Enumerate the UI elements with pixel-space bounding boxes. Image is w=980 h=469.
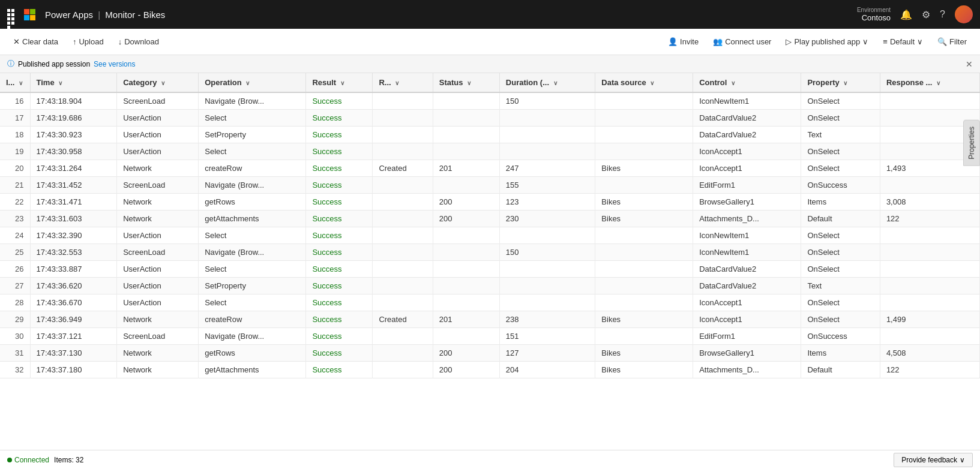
table-cell: Navigate (Brow... bbox=[199, 244, 306, 261]
table-cell: 17:43:33.887 bbox=[30, 261, 117, 278]
table-cell: SetProperty bbox=[199, 127, 306, 143]
table-cell: Text bbox=[801, 278, 880, 294]
table-cell: DataCardValue2 bbox=[693, 110, 801, 127]
help-icon[interactable]: ? bbox=[940, 9, 945, 20]
table-row[interactable]: 3017:43:37.121ScreenLoadNavigate (Brow..… bbox=[0, 328, 980, 345]
table-cell: 17:43:30.958 bbox=[30, 143, 117, 160]
info-close-icon[interactable]: ✕ bbox=[966, 59, 973, 69]
connect-user-button[interactable]: 👥 Connect user bbox=[707, 35, 777, 49]
table-cell: Network bbox=[117, 311, 199, 328]
table-cell bbox=[373, 261, 433, 278]
table-row[interactable]: 1817:43:30.923UserActionSetPropertySucce… bbox=[0, 127, 980, 143]
col-time[interactable]: Time ∨ bbox=[30, 73, 117, 92]
filter-button[interactable]: 🔍 Filter bbox=[931, 35, 973, 49]
table-row[interactable]: 1917:43:30.958UserActionSelectSuccessIco… bbox=[0, 143, 980, 160]
table-cell: DataCardValue2 bbox=[693, 261, 801, 278]
table-cell: createRow bbox=[199, 160, 306, 177]
table-row[interactable]: 3117:43:37.130NetworkgetRowsSuccess20012… bbox=[0, 345, 980, 362]
table-cell bbox=[595, 294, 693, 311]
col-id[interactable]: I... ∨ bbox=[0, 73, 30, 92]
table-row[interactable]: 3217:43:37.180NetworkgetAttachmentsSucce… bbox=[0, 362, 980, 378]
table-cell: 200 bbox=[433, 362, 499, 378]
table-cell: OnSelect bbox=[801, 143, 880, 160]
table-cell: Select bbox=[199, 227, 306, 244]
clear-data-button[interactable]: ✕ Clear data bbox=[7, 35, 64, 49]
table-cell: Success bbox=[306, 345, 373, 362]
table-cell: getAttachments bbox=[199, 211, 306, 227]
table-row[interactable]: 2017:43:31.264NetworkcreateRowSuccessCre… bbox=[0, 160, 980, 177]
table-body: 1617:43:18.904ScreenLoadNavigate (Brow..… bbox=[0, 92, 980, 378]
table-cell bbox=[373, 328, 433, 345]
col-control[interactable]: Control ∨ bbox=[693, 73, 801, 92]
table-cell: 150 bbox=[499, 244, 595, 261]
col-response[interactable]: Response ... ∨ bbox=[880, 73, 979, 92]
col-r[interactable]: R... ∨ bbox=[373, 73, 433, 92]
table-cell: getRows bbox=[199, 194, 306, 211]
table-cell bbox=[373, 143, 433, 160]
invite-button[interactable]: 👤 Invite bbox=[662, 35, 705, 49]
table-cell: Select bbox=[199, 110, 306, 127]
table-cell: DataCardValue2 bbox=[693, 278, 801, 294]
table-row[interactable]: 1617:43:18.904ScreenLoadNavigate (Brow..… bbox=[0, 92, 980, 110]
table-cell: 26 bbox=[0, 261, 30, 278]
table-cell bbox=[595, 177, 693, 194]
download-button[interactable]: ↓ Download bbox=[112, 35, 165, 49]
properties-panel-tab[interactable]: Properties bbox=[963, 120, 980, 166]
table-cell: 25 bbox=[0, 244, 30, 261]
table-cell: ScreenLoad bbox=[117, 244, 199, 261]
table-cell bbox=[373, 345, 433, 362]
chevron-down-icon: ∨ bbox=[862, 37, 868, 46]
avatar[interactable] bbox=[955, 5, 973, 23]
table-cell: OnSelect bbox=[801, 244, 880, 261]
table-cell: Created bbox=[373, 311, 433, 328]
default-button[interactable]: ≡ Default ∨ bbox=[877, 35, 929, 49]
col-result[interactable]: Result ∨ bbox=[306, 73, 373, 92]
table-row[interactable]: 2117:43:31.452ScreenLoadNavigate (Brow..… bbox=[0, 177, 980, 194]
settings-icon[interactable]: ⚙ bbox=[922, 9, 930, 20]
table-row[interactable]: 2617:43:33.887UserActionSelectSuccessDat… bbox=[0, 261, 980, 278]
table-cell: 17:43:19.686 bbox=[30, 110, 117, 127]
table-cell: Network bbox=[117, 194, 199, 211]
table-cell bbox=[373, 278, 433, 294]
chevron-down-icon-default: ∨ bbox=[917, 37, 923, 46]
table-row[interactable]: 2717:43:36.620UserActionSetPropertySucce… bbox=[0, 278, 980, 294]
col-category[interactable]: Category ∨ bbox=[117, 73, 199, 92]
table-row[interactable]: 2217:43:31.471NetworkgetRowsSuccess20012… bbox=[0, 194, 980, 211]
table-cell: getRows bbox=[199, 345, 306, 362]
col-datasource[interactable]: Data source ∨ bbox=[595, 73, 693, 92]
col-duration[interactable]: Duration (... ∨ bbox=[499, 73, 595, 92]
table-cell: Network bbox=[117, 345, 199, 362]
table-row[interactable]: 2517:43:32.553ScreenLoadNavigate (Brow..… bbox=[0, 244, 980, 261]
table-cell: 32 bbox=[0, 362, 30, 378]
table-cell: OnSelect bbox=[801, 92, 880, 110]
table-cell: IconAccept1 bbox=[693, 294, 801, 311]
table-cell: 22 bbox=[0, 194, 30, 211]
table-row[interactable]: 2317:43:31.603NetworkgetAttachmentsSucce… bbox=[0, 211, 980, 227]
table-cell: Navigate (Brow... bbox=[199, 328, 306, 345]
play-icon: ▷ bbox=[786, 37, 792, 46]
environment-block: Environment Contoso bbox=[857, 7, 891, 22]
table-cell: UserAction bbox=[117, 127, 199, 143]
table-row[interactable]: 2817:43:36.670UserActionSelectSuccessIco… bbox=[0, 294, 980, 311]
table-cell bbox=[499, 227, 595, 244]
see-versions-link[interactable]: See versions bbox=[94, 60, 135, 68]
table-cell bbox=[433, 110, 499, 127]
col-status[interactable]: Status ∨ bbox=[433, 73, 499, 92]
table-cell bbox=[595, 244, 693, 261]
table-cell: Bikes bbox=[595, 211, 693, 227]
col-property[interactable]: Property ∨ bbox=[801, 73, 880, 92]
play-published-app-button[interactable]: ▷ Play published app ∨ bbox=[780, 35, 874, 49]
app-title: Power Apps | Monitor - Bikes bbox=[45, 10, 165, 20]
table-row[interactable]: 1717:43:19.686UserActionSelectSuccessDat… bbox=[0, 110, 980, 127]
table-cell: Created bbox=[373, 160, 433, 177]
table-cell: Success bbox=[306, 177, 373, 194]
table-row[interactable]: 2417:43:32.390UserActionSelectSuccessIco… bbox=[0, 227, 980, 244]
table-cell: Text bbox=[801, 127, 880, 143]
notification-icon[interactable]: 🔔 bbox=[900, 9, 912, 20]
waffle-icon[interactable] bbox=[7, 9, 18, 20]
col-operation[interactable]: Operation ∨ bbox=[199, 73, 306, 92]
upload-button[interactable]: ↑ Upload bbox=[67, 35, 110, 49]
filter-icon: 🔍 bbox=[937, 37, 947, 46]
table-row[interactable]: 2917:43:36.949NetworkcreateRowSuccessCre… bbox=[0, 311, 980, 328]
table-cell: 3,008 bbox=[880, 194, 979, 211]
